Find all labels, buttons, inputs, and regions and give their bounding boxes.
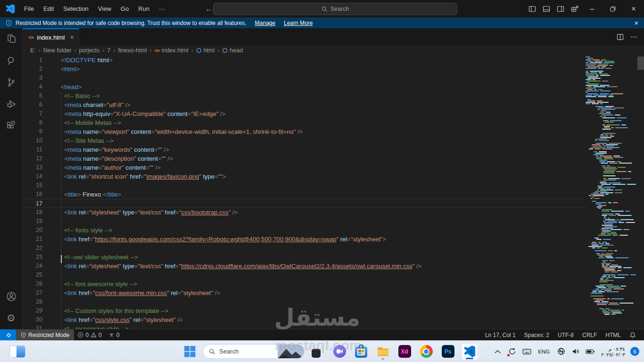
line-col-status[interactable]: Ln 17, Col 1 [481,329,520,341]
battery-icon[interactable] [585,346,596,357]
code-line[interactable]: 17 [23,199,585,208]
menu-go[interactable]: Go [116,3,133,14]
extensions-icon[interactable] [0,115,23,137]
remote-indicator[interactable] [0,329,16,341]
breadcrumb-drive[interactable]: E: [30,47,36,54]
app-adobe-xd[interactable]: Xd [396,343,413,360]
code-line[interactable]: 5 <!-- Basic --> [23,91,585,100]
code-line[interactable]: 13 <meta name="author" content="" /> [23,163,585,172]
command-center-search[interactable]: Search [213,3,457,15]
manage-link[interactable]: Manage [255,20,275,26]
minimize-button[interactable]: – [582,0,603,18]
toggle-panel-icon[interactable] [540,3,553,15]
encoding-status[interactable]: UTF-8 [553,329,578,341]
toggle-sidebar-icon[interactable] [526,3,538,15]
code-line[interactable]: 15 [23,181,585,190]
network-offline-icon[interactable] [555,346,567,357]
language-mode-status[interactable]: HTML [601,329,625,341]
search-sidebar-icon[interactable] [0,50,23,72]
code-line[interactable]: 2<html> [23,65,585,74]
code-line[interactable]: 1<!DOCTYPE html> [23,56,585,65]
learn-more-link[interactable]: Learn More [284,20,313,26]
code-line[interactable]: 18 <link rel="stylesheet" type="text/css… [23,208,585,217]
code-line[interactable]: 27 <link href="css/font-awesome.min.css"… [23,288,585,297]
scrollbar[interactable] [637,56,644,329]
menu-selection[interactable]: Selection [59,3,92,14]
nav-back-icon[interactable]: ← [205,5,213,13]
code-line[interactable]: 25 [23,271,585,280]
toggle-secondary-sidebar-icon[interactable] [554,3,567,15]
customize-layout-icon[interactable] [569,3,581,15]
breadcrumb-7[interactable]: 7 [107,47,110,54]
code-line[interactable]: 30 <link href="css/style.css" rel="style… [23,315,585,324]
breadcrumb-index-html[interactable]: <>index.html [154,47,188,54]
eol-status[interactable]: CRLF [578,329,601,341]
code-line[interactable]: 3 [23,74,585,82]
app-photoshop[interactable]: Ps [439,343,456,360]
update-sync-icon[interactable] [506,346,518,357]
code-line[interactable]: 8 <!-- Mobile Metas --> [23,118,585,127]
tray-chevron-up-icon[interactable] [492,346,503,357]
restore-button[interactable] [603,0,623,18]
close-button[interactable]: × [623,0,644,18]
tab-index-html[interactable]: <> index.html × [23,28,79,45]
app-video-chat[interactable] [331,343,348,360]
ports-status[interactable]: 0 [105,329,123,341]
editor-more-actions-icon[interactable] [630,33,637,41]
code-line[interactable]: 12 <meta name="description" content="" /… [23,154,585,163]
code-line[interactable]: 19 [23,217,585,226]
code-line[interactable]: 4<head> [23,82,585,91]
settings-gear-icon[interactable]: ⚙ [0,307,23,329]
breadcrumb-porjects[interactable]: porjects [79,47,100,54]
app-vscode[interactable] [461,343,478,360]
widgets-button[interactable] [9,346,25,358]
scrollbar-thumb[interactable] [637,57,644,70]
menu-edit[interactable]: Edit [39,3,58,14]
breadcrumb-html-symbol[interactable]: html [196,47,215,54]
language-indicator[interactable]: ENG [536,349,552,354]
code-line[interactable]: 28 [23,297,585,306]
code-line[interactable]: 7 <meta http-equiv="X-UA-Compatible" con… [23,109,585,118]
restricted-mode-status[interactable]: Restricted Mode [16,329,74,341]
code-line[interactable]: 6 <meta charset="utf-8" /> [23,100,585,109]
app-chrome[interactable] [418,343,435,360]
notification-count-badge[interactable]: 6 [630,347,639,356]
indentation-status[interactable]: Spaces: 2 [520,329,553,341]
taskbar-search[interactable]: Search [203,344,305,359]
code-line[interactable]: 11 <meta name="keywords" content="" /> [23,145,585,154]
code-line[interactable]: 22 [23,244,585,253]
code-line[interactable]: 21 <link href="https://fonts.googleapis.… [23,235,585,244]
minimap[interactable] [585,56,637,329]
app-microsoft-store[interactable] [353,343,370,360]
code-editor[interactable]: 1<!DOCTYPE html>2<html>34<head>5 <!-- Ba… [23,56,585,329]
code-line[interactable]: 23 <!--owl slider stylesheet --> [23,253,585,262]
clock[interactable]: ٠٨:٣٤ م ٢٠٢٥/٠٢/٠٣ [599,346,627,357]
accounts-icon[interactable] [0,286,23,307]
code-line[interactable]: 29 <!-- Custom styles for this template … [23,306,585,315]
problems-status[interactable]: 0 0 [74,329,105,341]
menu-more[interactable]: ··· [155,3,169,14]
tab-close-icon[interactable]: × [70,33,74,41]
split-editor-icon[interactable] [617,33,624,41]
touch-keyboard-icon[interactable] [521,346,532,357]
code-line[interactable]: 14 <link rel="shortcut icon" href="image… [23,172,585,181]
volume-icon[interactable] [570,346,581,357]
code-line[interactable]: 31 <!-- responsive style --> [23,324,585,329]
code-line[interactable]: 20 <!-- fonts style --> [23,226,585,235]
code-line[interactable]: 24 <link rel="stylesheet" type="text/css… [23,262,585,271]
breadcrumb-head-symbol[interactable]: head [222,47,243,54]
run-debug-icon[interactable] [0,93,23,115]
menu-file[interactable]: File [20,3,38,14]
menu-run[interactable]: Run [134,3,154,14]
app-file-explorer[interactable] [374,343,391,360]
notifications-bell-icon[interactable] [625,329,640,341]
weather-widget-image[interactable] [278,344,304,359]
menu-view[interactable]: View [94,3,116,14]
code-line[interactable]: 16 <title> Finexo </title> [23,190,585,199]
start-button[interactable] [181,343,198,360]
source-control-icon[interactable] [0,72,23,93]
code-line[interactable]: 9 <meta name="viewport" content="width=d… [23,127,585,136]
banner-close-icon[interactable]: × [635,19,638,27]
breadcrumb-new-folder[interactable]: New folder [43,47,72,54]
code-line[interactable]: 26 <!-- font awesome style --> [23,280,585,288]
